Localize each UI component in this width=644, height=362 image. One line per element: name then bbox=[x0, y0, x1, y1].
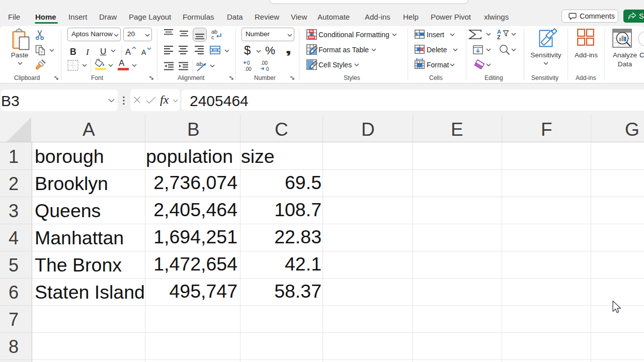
svg-text:ab: ab bbox=[196, 61, 203, 67]
svg-text:.00: .00 bbox=[261, 60, 268, 66]
svg-text:.00: .00 bbox=[245, 66, 252, 72]
svg-text:0: 0 bbox=[266, 66, 269, 72]
svg-text:0: 0 bbox=[247, 60, 250, 66]
svg-text:c: c bbox=[211, 34, 214, 40]
svg-text:Z: Z bbox=[497, 34, 501, 40]
svg-text:A: A bbox=[497, 29, 501, 35]
